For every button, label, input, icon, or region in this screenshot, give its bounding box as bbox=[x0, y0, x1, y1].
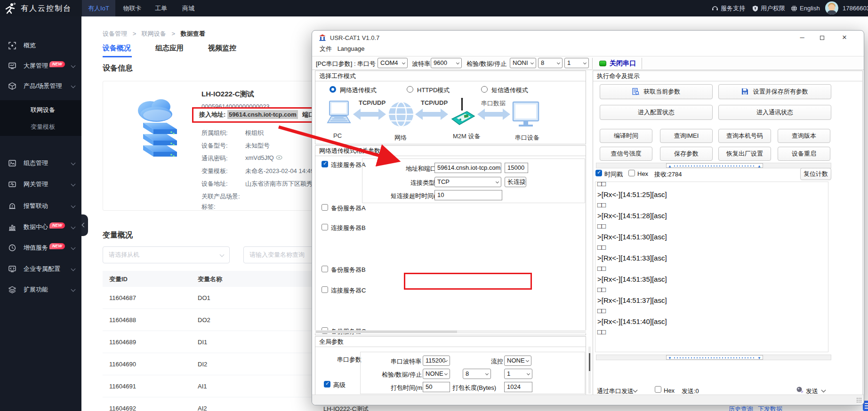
set-save-params-button[interactable]: 设置并保存所有参数 bbox=[718, 84, 831, 99]
databits-select[interactable]: 8 bbox=[538, 58, 563, 68]
parity-select[interactable]: NONI bbox=[510, 58, 536, 68]
user-avatar[interactable] bbox=[825, 1, 838, 15]
reset-counter-button[interactable]: 复位计数 bbox=[800, 168, 831, 180]
baud-select[interactable]: 9600 bbox=[431, 58, 462, 68]
server-addr-input[interactable]: 59614.cnsh.iot-tcp.com bbox=[434, 163, 501, 173]
new-badge: NEW bbox=[49, 243, 65, 249]
com-port-select[interactable]: COM4 bbox=[378, 58, 408, 68]
slave-select-placeholder: 请选择从机 bbox=[109, 251, 139, 258]
nav-item-usr-iot[interactable]: 有人IoT bbox=[82, 0, 115, 16]
get-params-button[interactable]: 获取当前参数 bbox=[600, 84, 713, 99]
close-serial-button[interactable]: 关闭串口 bbox=[610, 59, 636, 68]
window-titlebar[interactable]: USR-CAT1 V1.0.7 ─ ✕ bbox=[312, 31, 864, 45]
maximize-button[interactable] bbox=[815, 32, 829, 43]
query-phone-button[interactable]: 查询本机号码 bbox=[718, 129, 771, 143]
sidebar-item-networked-devices[interactable]: 联网设备 bbox=[31, 106, 55, 114]
permission-link[interactable]: 用户权限 bbox=[752, 0, 785, 16]
window-title: USR-CAT1 V1.0.7 bbox=[330, 34, 379, 41]
flow-select[interactable]: NONE bbox=[504, 356, 531, 366]
factory-reset-button[interactable]: 恢复出厂设置 bbox=[718, 147, 771, 161]
timeout-input[interactable]: 10 bbox=[434, 190, 502, 200]
checkbox-backup-b[interactable] bbox=[321, 266, 328, 272]
checkbox-hex-send[interactable] bbox=[655, 386, 661, 393]
new-badge: NEW bbox=[49, 61, 65, 67]
usr-cat1-window: USR-CAT1 V1.0.7 ─ ✕ 文件 Language [PC串口参数]… bbox=[312, 30, 864, 405]
enter-comm-button[interactable]: 进入通讯状态 bbox=[718, 105, 831, 120]
sidebar-item-scada-mgmt[interactable]: 组态管理 bbox=[0, 155, 81, 172]
menu-language[interactable]: Language bbox=[338, 45, 365, 52]
tab-scada-app[interactable]: 组态应用 bbox=[155, 44, 184, 53]
sidebar-item-product-mgmt[interactable]: 产品/场景管理 bbox=[0, 78, 81, 95]
checkbox-server-a[interactable] bbox=[321, 161, 328, 167]
radio-sms-passthrough[interactable] bbox=[481, 86, 488, 93]
compile-time-button[interactable]: 编译时间 bbox=[600, 129, 652, 143]
rx-log-area[interactable]: □□ >[Rx<-][14:51:25][asc] □□ >[Rx<-][14:… bbox=[595, 182, 828, 352]
enter-config-button[interactable]: 进入配置状态 bbox=[600, 105, 713, 120]
global-parity-select[interactable]: NONE bbox=[423, 369, 450, 379]
breadcrumb-device-mgmt[interactable]: 设备管理 bbox=[103, 30, 127, 37]
conn-type-select[interactable]: TCP bbox=[434, 177, 501, 187]
save-params-button[interactable]: 保存参数 bbox=[660, 147, 713, 161]
sidebar-item-screen-mgmt[interactable]: 大屏管理 NEW bbox=[0, 57, 81, 74]
serial-params-label: 串口参数 bbox=[337, 356, 362, 364]
sidebar-item-data-center[interactable]: 数据中心 NEW bbox=[0, 219, 81, 236]
left-pane-vscrollbar[interactable] bbox=[588, 347, 591, 394]
eye-icon[interactable] bbox=[276, 155, 282, 160]
global-stopbits-select[interactable]: 1 bbox=[504, 369, 532, 379]
chevron-down-icon bbox=[71, 182, 76, 187]
breadcrumb-networked-devices[interactable]: 联网设备 bbox=[142, 30, 166, 37]
log-line: □□ bbox=[595, 200, 828, 211]
language-switch[interactable]: English bbox=[791, 0, 820, 16]
left-pane-hscrollbar[interactable] bbox=[315, 330, 586, 333]
checkbox-timestamp[interactable] bbox=[595, 170, 602, 176]
radio-net-passthrough[interactable] bbox=[330, 86, 336, 93]
checkbox-advanced[interactable] bbox=[324, 381, 330, 387]
query-version-button[interactable]: 查询版本 bbox=[778, 129, 830, 143]
query-imei-button[interactable]: 查询IMEI bbox=[660, 129, 713, 143]
log-hscrollbar-bottom[interactable]: ▼▼ bbox=[596, 355, 831, 360]
sidebar-item-extensions[interactable]: 扩展功能 bbox=[0, 281, 81, 298]
reboot-device-button[interactable]: 设备重启 bbox=[778, 147, 830, 161]
keep-alive-select[interactable]: 长连接 bbox=[505, 177, 526, 187]
nav-item-work-order[interactable]: 工单 bbox=[150, 0, 172, 16]
user-phone[interactable]: 178666036 bbox=[843, 0, 868, 16]
sidebar-item-value-added[interactable]: 增值服务 NEW bbox=[0, 239, 81, 256]
nav-item-sim-card[interactable]: 物联卡 bbox=[118, 0, 147, 16]
sidebar-item-enterprise-config[interactable]: 企业专属配置 bbox=[0, 261, 81, 277]
global-databits-select[interactable]: 8 bbox=[463, 369, 491, 379]
network-globe-icon bbox=[388, 101, 414, 127]
log-line: □□ bbox=[595, 327, 828, 338]
log-line: >[Rx<-][14:51:37][asc] bbox=[595, 295, 828, 306]
tab-video-monitor[interactable]: 视频监控 bbox=[208, 44, 236, 53]
packtime-input[interactable]: 50 bbox=[423, 382, 450, 392]
nav-item-mall[interactable]: 商城 bbox=[177, 0, 200, 16]
sidebar-item-overview[interactable]: 概览 bbox=[0, 37, 81, 54]
sidebar-item-gateway-mgmt[interactable]: 网关管理 bbox=[0, 176, 81, 193]
log-hscrollbar-top[interactable]: ▲▲ bbox=[596, 163, 831, 168]
alarm-icon bbox=[8, 202, 16, 210]
sidebar-collapse-handle[interactable] bbox=[81, 214, 88, 236]
baud-label: 波特率 bbox=[412, 60, 430, 68]
server-port-input[interactable]: 15000 bbox=[505, 163, 528, 173]
checkbox-hex-recv[interactable] bbox=[628, 170, 635, 176]
send-input-area[interactable] bbox=[595, 362, 828, 383]
checkbox-backup-a[interactable] bbox=[321, 204, 328, 211]
clock-icon bbox=[8, 244, 16, 252]
global-baud-select[interactable]: 115200 bbox=[423, 356, 450, 366]
resize-grip[interactable] bbox=[856, 397, 862, 403]
tab-device-overview[interactable]: 设备概况 bbox=[103, 44, 131, 53]
slave-select[interactable]: 请选择从机 bbox=[103, 246, 230, 263]
new-badge: NEW bbox=[49, 222, 65, 229]
close-button[interactable]: ✕ bbox=[837, 32, 852, 43]
checkbox-server-b[interactable] bbox=[321, 224, 328, 230]
menu-file[interactable]: 文件 bbox=[320, 45, 332, 52]
sidebar-item-variable-template[interactable]: 变量模板 bbox=[31, 123, 55, 131]
packlen-input[interactable]: 1024 bbox=[504, 382, 532, 392]
radio-httpd[interactable] bbox=[407, 86, 413, 93]
stopbits-select[interactable]: 1 bbox=[564, 58, 589, 68]
query-signal-button[interactable]: 查信号强度 bbox=[600, 147, 652, 161]
sidebar-item-alarm-linkage[interactable]: 报警联动 bbox=[0, 198, 81, 214]
minimize-button[interactable]: ─ bbox=[795, 32, 809, 43]
checkbox-server-c[interactable] bbox=[321, 286, 328, 293]
support-link[interactable]: 服务支持 bbox=[712, 0, 745, 16]
